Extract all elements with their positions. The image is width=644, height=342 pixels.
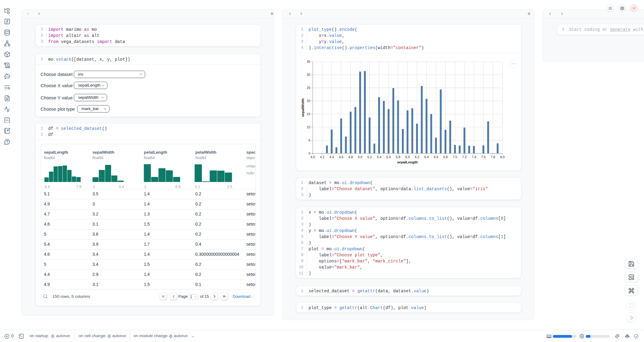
svg-text:4.8: 4.8: [349, 155, 353, 159]
svg-text:4.0: 4.0: [310, 155, 315, 159]
svg-text:4.6: 4.6: [339, 155, 343, 159]
svg-text:7.4: 7.4: [472, 155, 476, 159]
svg-text:sepalLength: sepalLength: [397, 160, 418, 164]
svg-text:4.4: 4.4: [329, 155, 334, 159]
svg-text:7.8: 7.8: [491, 155, 495, 159]
svg-text:0: 0: [309, 151, 310, 155]
svg-text:15: 15: [307, 112, 310, 116]
svg-text:10: 10: [307, 125, 310, 129]
svg-text:6.8: 6.8: [443, 155, 448, 159]
svg-text:6.4: 6.4: [424, 155, 429, 159]
svg-text:20: 20: [307, 99, 310, 103]
svg-text:5.6: 5.6: [386, 155, 391, 159]
svg-text:8.0: 8.0: [500, 155, 505, 159]
svg-text:6.6: 6.6: [434, 155, 438, 159]
svg-text:5.2: 5.2: [367, 155, 372, 159]
svg-text:7.0: 7.0: [453, 155, 457, 159]
svg-text:5.0: 5.0: [358, 155, 363, 159]
svg-text:5.8: 5.8: [396, 155, 400, 159]
svg-text:7.6: 7.6: [481, 155, 486, 159]
svg-text:5: 5: [309, 138, 310, 142]
svg-text:6.2: 6.2: [415, 155, 419, 159]
svg-text:5.4: 5.4: [377, 155, 381, 159]
svg-text:7.2: 7.2: [462, 155, 467, 159]
svg-text:35: 35: [307, 60, 310, 63]
svg-text:sepalWidth: sepalWidth: [301, 98, 305, 117]
svg-text:25: 25: [307, 86, 310, 90]
svg-text:30: 30: [307, 73, 310, 77]
svg-text:4.2: 4.2: [320, 155, 324, 159]
svg-text:6.0: 6.0: [405, 155, 410, 159]
